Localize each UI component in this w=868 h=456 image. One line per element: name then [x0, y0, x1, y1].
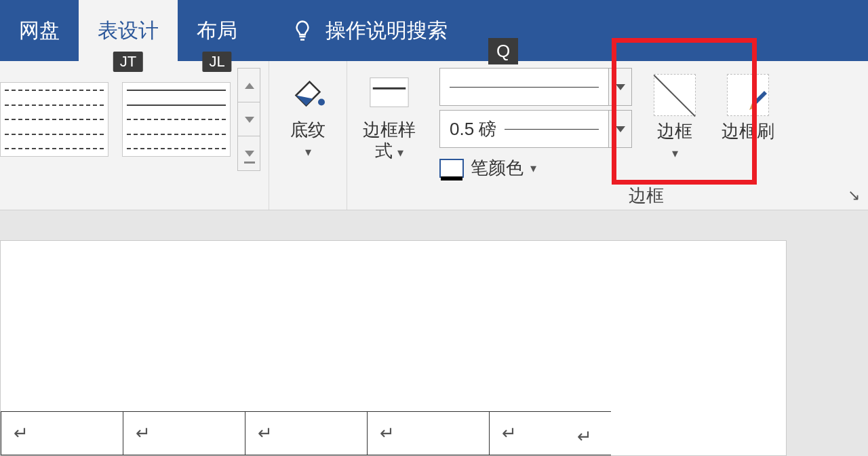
document-page[interactable]: ↵ ↵ ↵ ↵ ↵ ↵	[0, 240, 787, 456]
paragraph-mark-icon: ↵	[577, 426, 592, 447]
paragraph-mark-icon: ↵	[136, 423, 151, 443]
pen-color-button[interactable]: 笔颜色 ▾	[439, 152, 632, 180]
group-border-style: 边框样式 ▾	[347, 61, 431, 210]
dialog-launcher-icon[interactable]: ↘	[845, 187, 863, 204]
pen-width-value: 0.5 磅	[450, 117, 496, 141]
border-style-label: 边框样式 ▾	[355, 119, 423, 162]
table-style-item[interactable]	[122, 82, 231, 157]
ribbon: 底纹 ▾ 边框样式 ▾	[0, 61, 868, 210]
pen-color-swatch-icon	[439, 159, 464, 178]
table-cell[interactable]: ↵	[489, 412, 611, 455]
paragraph-mark-icon: ↵	[380, 423, 395, 443]
border-style-icon	[368, 72, 411, 115]
keytip-layout: JL	[202, 52, 231, 72]
group-shading: 底纹 ▾	[269, 61, 347, 210]
paragraph-mark-icon: ↵	[258, 423, 273, 443]
gallery-scroll-down[interactable]	[238, 102, 260, 136]
paragraph-mark-icon: ↵	[14, 423, 28, 443]
keytip-table-design: JT	[113, 52, 143, 72]
keytip-search: Q	[488, 38, 518, 64]
table-cell[interactable]: ↵	[367, 412, 489, 455]
svg-point-0	[318, 99, 325, 106]
table-row: ↵ ↵ ↵ ↵ ↵	[1, 412, 612, 455]
borders-diagonal-icon	[653, 73, 696, 117]
lightbulb-icon	[290, 18, 315, 43]
gallery-more-button[interactable]	[238, 136, 260, 170]
borders-label: 边框	[657, 121, 692, 142]
document-canvas: ↵ ↵ ↵ ↵ ↵ ↵	[0, 210, 868, 456]
table-cell[interactable]: ↵	[245, 412, 367, 455]
tab-table-design[interactable]: 表设计 JT	[79, 0, 178, 61]
tab-label: 布局	[197, 17, 237, 45]
border-style-button[interactable]: 边框样式 ▾	[355, 68, 423, 162]
pen-color-label: 笔颜色	[471, 156, 524, 180]
ribbon-titlebar: 网盘 表设计 JT 布局 JL 操作说明搜索 Q	[0, 0, 868, 61]
pen-width-dropdown[interactable]	[609, 110, 632, 148]
group-borders-label: 边框	[439, 180, 853, 214]
paragraph-mark-icon: ↵	[502, 423, 517, 443]
pen-width-field: 0.5 磅	[439, 110, 609, 148]
table-cell[interactable]: ↵	[123, 412, 245, 455]
tab-netdisk[interactable]: 网盘	[0, 0, 79, 61]
tab-layout[interactable]: 布局 JL	[178, 0, 256, 61]
pen-style-combo[interactable]	[439, 68, 632, 106]
search-placeholder: 操作说明搜索	[326, 17, 448, 45]
paint-bucket-icon	[286, 72, 330, 115]
shading-label: 底纹	[290, 119, 326, 140]
group-borders: 0.5 磅 笔颜色 ▾ 边框 ▾	[431, 61, 868, 210]
chevron-down-icon: ▾	[530, 161, 536, 176]
svg-rect-1	[370, 78, 408, 107]
pen-style-dropdown[interactable]	[609, 68, 632, 106]
border-painter-label: 边框刷	[722, 121, 774, 142]
document-table[interactable]: ↵ ↵ ↵ ↵ ↵	[1, 411, 611, 455]
gallery-scrollbar	[237, 68, 260, 171]
tab-label: 表设计	[98, 17, 159, 45]
chevron-down-icon: ▾	[397, 146, 403, 159]
chevron-down-icon: ▾	[672, 146, 678, 161]
group-table-styles	[0, 61, 269, 210]
table-cell[interactable]: ↵	[1, 412, 123, 455]
borders-button[interactable]: 边框 ▾	[644, 69, 705, 161]
chevron-down-icon: ▾	[305, 145, 311, 159]
border-painter-button[interactable]: 边框刷	[717, 69, 778, 142]
pen-width-combo[interactable]: 0.5 磅	[439, 110, 632, 148]
gallery-scroll-up[interactable]	[238, 69, 260, 102]
pen-style-field	[439, 68, 609, 106]
table-style-gallery[interactable]	[0, 82, 233, 157]
shading-button[interactable]: 底纹 ▾	[277, 68, 338, 159]
search-tell-me[interactable]: 操作说明搜索	[290, 17, 448, 45]
border-painter-icon	[726, 73, 770, 117]
table-style-item[interactable]	[0, 82, 108, 157]
tab-label: 网盘	[19, 17, 60, 45]
